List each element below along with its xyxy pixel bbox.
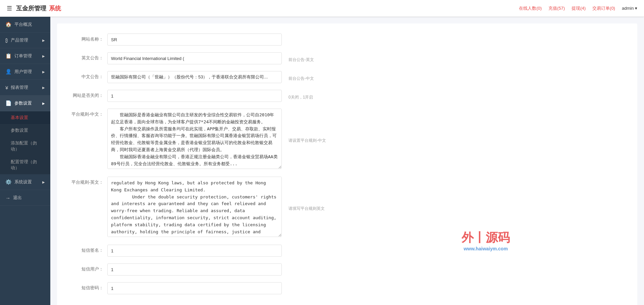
site-name-label: 网站名称： <box>70 34 107 42</box>
site-closed-control <box>107 90 282 102</box>
zh-announcement-input[interactable] <box>107 71 282 83</box>
product-icon: ₿ <box>5 38 8 43</box>
trade-count[interactable]: 交易订单(0) <box>592 5 615 11</box>
order-arrow-icon: ▶ <box>42 54 45 58</box>
sidebar-label-order: 订单管理 <box>14 53 32 59</box>
sms-user-input[interactable] <box>107 263 282 276</box>
site-closed-input[interactable] <box>107 90 282 102</box>
order-icon: 📋 <box>5 53 12 59</box>
sidebar: 🏠 平台概况 ₿ 产品管理 ▶ 📋 订单管理 ▶ 👤 用户管理 ▶ ¥ 报表管理… <box>0 17 50 305</box>
sidebar-sub-label-basic: 基本设置 <box>11 115 28 120</box>
platform-rule-zh-label: 平台规则-中文： <box>70 109 107 117</box>
platform-rule-zh-control: 世融国际是香港金融业有限公司自主研发的专业综合性交易软件，公司自2010年起立足… <box>107 109 282 170</box>
platform-rule-en-hint: 请填写平台规则英文 <box>282 203 325 211</box>
sms-user-row: 短信用户： <box>70 263 624 276</box>
platform-rule-zh-textarea[interactable]: 世融国际是香港金融业有限公司自主研发的专业综合性交易软件，公司自2010年起立足… <box>107 109 282 169</box>
params-icon: 📄 <box>5 100 12 106</box>
platform-rule-en-control: regulated by Hong Kong laws, but also pr… <box>107 177 282 238</box>
sidebar-sub-item-config-manage[interactable]: 配置管理（勿动） <box>0 156 50 174</box>
report-icon: ¥ <box>5 85 8 90</box>
platform-rule-zh-hint: 请设置平台规则-中文 <box>282 135 326 143</box>
sidebar-label-logout: 退出 <box>13 195 22 201</box>
sidebar-sub-item-basic[interactable]: 基本设置 <box>0 111 50 124</box>
sms-sign-control <box>107 245 282 257</box>
sidebar-label-user: 用户管理 <box>14 69 32 75</box>
admin-label[interactable]: admin ▾ <box>622 6 637 11</box>
site-closed-label: 网站是否关闭： <box>70 90 107 99</box>
sms-pass-control <box>107 282 282 294</box>
sidebar-label-platform: 平台概况 <box>14 21 32 27</box>
sidebar-item-logout[interactable]: → 退出 <box>0 190 50 206</box>
zh-announcement-label: 中文公告： <box>70 71 107 80</box>
site-name-control <box>107 34 282 46</box>
admin-arrow-icon: ▾ <box>635 6 637 11</box>
logo-prefix: 互金所管理 <box>16 4 46 12</box>
sidebar-item-params[interactable]: 📄 参数设置 ▶ <box>0 96 50 111</box>
sidebar-sub-label-config-manage: 配置管理（勿动） <box>11 159 37 170</box>
sms-pass-label: 短信密码： <box>70 282 107 291</box>
en-announcement-control <box>107 52 282 64</box>
product-arrow-icon: ▶ <box>42 39 45 42</box>
sms-sign-input[interactable] <box>107 245 282 257</box>
sidebar-label-system: 系统设置 <box>14 179 32 185</box>
zh-announcement-hint: 前台公告-中文 <box>282 73 314 81</box>
system-arrow-icon: ▶ <box>42 180 45 184</box>
form-card: 网站名称： 英文公告： 前台公告-英文 中文公告： 前台公告-中文 <box>57 23 637 305</box>
sidebar-item-platform[interactable]: 🏠 平台概况 <box>0 17 50 33</box>
header-right: 在线人数(0) 充值(57) 提现(4) 交易订单(0) admin ▾ <box>519 5 637 11</box>
platform-rule-en-label: 平台规则-英文： <box>70 177 107 185</box>
sms-pass-row: 短信密码： <box>70 282 624 294</box>
user-arrow-icon: ▶ <box>42 70 45 74</box>
sidebar-sub-item-param-set[interactable]: 参数设置 <box>0 124 50 137</box>
sidebar-item-report[interactable]: ¥ 报表管理 ▶ <box>0 80 50 96</box>
sidebar-sub-item-add-config[interactable]: 添加配置（勿动） <box>0 137 50 156</box>
report-arrow-icon: ▶ <box>42 86 45 89</box>
sidebar-sub-label-add-config: 添加配置（勿动） <box>11 140 37 151</box>
sidebar-label-product: 产品管理 <box>11 37 28 43</box>
sms-sign-row: 短信签名： <box>70 245 624 257</box>
platform-rule-en-row: 平台规则-英文： regulated by Hong Kong laws, bu… <box>70 177 624 238</box>
en-announcement-row: 英文公告： 前台公告-英文 <box>70 52 624 64</box>
sidebar-item-system[interactable]: ⚙️ 系统设置 ▶ <box>0 174 50 190</box>
site-closed-hint: 0关闭，1开启 <box>282 92 313 100</box>
sms-pass-input[interactable] <box>107 282 282 294</box>
main-content: 网站名称： 英文公告： 前台公告-英文 中文公告： 前台公告-中文 <box>50 17 644 305</box>
header-logo: 互金所管理系统 <box>16 4 61 12</box>
sidebar-item-user[interactable]: 👤 用户管理 ▶ <box>0 64 50 80</box>
en-announcement-input[interactable] <box>107 52 282 64</box>
en-announcement-hint: 前台公告-英文 <box>282 54 314 63</box>
sms-user-control <box>107 263 282 276</box>
sidebar-item-order[interactable]: 📋 订单管理 ▶ <box>0 48 50 64</box>
withdraw-count[interactable]: 提现(4) <box>572 5 586 11</box>
site-closed-row: 网站是否关闭： 0关闭，1开启 <box>70 90 624 102</box>
en-announcement-label: 英文公告： <box>70 52 107 61</box>
zh-announcement-control <box>107 71 282 83</box>
system-icon: ⚙️ <box>5 179 12 185</box>
sms-sign-label: 短信签名： <box>70 245 107 253</box>
site-name-input[interactable] <box>107 34 282 46</box>
params-arrow-icon: ▶ <box>42 102 45 105</box>
sidebar-label-report: 报表管理 <box>11 84 28 90</box>
sms-user-label: 短信用户： <box>70 263 107 272</box>
platform-rule-en-textarea[interactable]: regulated by Hong Kong laws, but also pr… <box>107 177 282 237</box>
zh-announcement-row: 中文公告： 前台公告-中文 <box>70 71 624 83</box>
online-count[interactable]: 在线人数(0) <box>519 5 542 11</box>
sidebar-label-params: 参数设置 <box>14 100 32 106</box>
home-icon: 🏠 <box>5 21 12 27</box>
logout-icon: → <box>5 195 10 201</box>
recharge-count[interactable]: 充值(57) <box>548 5 565 11</box>
menu-icon[interactable]: ☰ <box>7 5 12 12</box>
header: ☰ 互金所管理系统 在线人数(0) 充值(57) 提现(4) 交易订单(0) a… <box>0 0 644 17</box>
platform-rule-zh-row: 平台规则-中文： 世融国际是香港金融业有限公司自主研发的专业综合性交易软件，公司… <box>70 109 624 170</box>
user-icon: 👤 <box>5 69 12 75</box>
logo-suffix: 系统 <box>49 4 61 12</box>
sidebar-item-product[interactable]: ₿ 产品管理 ▶ <box>0 33 50 48</box>
site-name-row: 网站名称： <box>70 34 624 46</box>
layout: 🏠 平台概况 ₿ 产品管理 ▶ 📋 订单管理 ▶ 👤 用户管理 ▶ ¥ 报表管理… <box>0 17 644 305</box>
sidebar-sub-label-param-set: 参数设置 <box>11 128 28 133</box>
